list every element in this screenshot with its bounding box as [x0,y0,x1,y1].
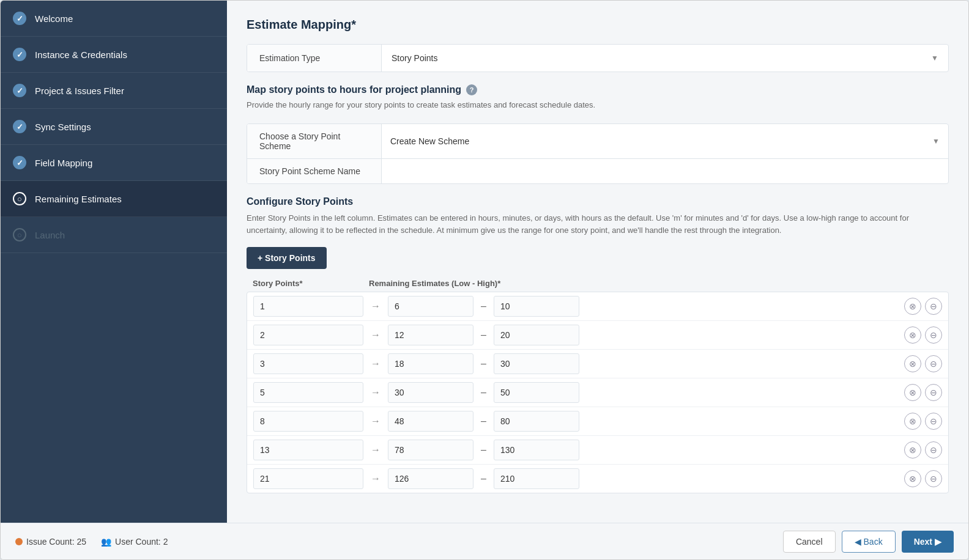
welcome-check-icon: ✓ [13,12,26,25]
user-count-item: 👥 User Count: 2 [101,537,168,547]
sidebar-item-remaining-estimates[interactable]: ○ Remaining Estimates [1,181,227,217]
sp-remove-button-0[interactable]: ⊖ [925,298,942,315]
sp-estimate-high-0[interactable] [494,296,579,317]
sp-table-header: Story Points* Remaining Estimates (Low -… [247,279,949,292]
user-count-label: User Count: 2 [115,537,168,547]
sp-clear-button-0[interactable]: ⊗ [904,298,921,315]
sp-estimate-low-3[interactable] [388,382,473,403]
sp-estimate-low-1[interactable] [388,325,473,345]
sp-clear-button-1[interactable]: ⊗ [904,326,921,344]
sp-header-points: Story Points* [247,279,369,288]
footer-info: Issue Count: 25 👥 User Count: 2 [15,537,168,547]
sp-points-input-0[interactable] [253,296,363,317]
back-button[interactable]: ◀ Back [842,531,896,553]
estimation-dropdown-arrow: ▼ [931,54,938,62]
sidebar-item-welcome[interactable]: ✓ Welcome [1,1,227,37]
scheme-name-input-cell [382,160,948,182]
sp-clear-button-5[interactable]: ⊗ [904,441,921,459]
estimation-type-select[interactable]: Story Points ▼ [382,45,948,72]
sp-points-input-3[interactable] [253,382,363,403]
configure-desc: Enter Story Points in the left column. E… [247,212,949,238]
estimation-type-label: Estimation Type [247,45,382,72]
sp-row-actions-6: ⊗ ⊖ [904,470,942,487]
sp-remove-button-6[interactable]: ⊖ [925,470,942,487]
map-story-points-section: Map story points to hours for project pl… [247,84,949,111]
sp-arrow-icon-3: → [371,387,381,398]
scheme-dropdown-arrow: ▼ [932,137,940,146]
sp-points-input-6[interactable] [253,468,363,489]
story-points-row: → – ⊗ ⊖ [247,407,948,436]
sp-arrow-icon-5: → [371,444,381,455]
sidebar: ✓ Welcome ✓ Instance & Credentials ✓ Pro… [1,1,227,523]
cancel-button[interactable]: Cancel [783,531,836,553]
sp-estimate-high-5[interactable] [494,440,579,460]
sp-row-actions-3: ⊗ ⊖ [904,384,942,401]
sp-estimate-low-6[interactable] [388,468,473,489]
remaining-circle-icon: ○ [13,192,26,205]
sp-clear-button-3[interactable]: ⊗ [904,384,921,401]
sp-clear-button-4[interactable]: ⊗ [904,413,921,430]
sp-dash-1: – [481,330,486,341]
sp-points-input-2[interactable] [253,353,363,374]
sp-clear-button-6[interactable]: ⊗ [904,470,921,487]
sp-points-input-1[interactable] [253,325,363,345]
estimation-type-value: Story Points [392,53,437,63]
sidebar-item-instance-credentials[interactable]: ✓ Instance & Credentials [1,37,227,73]
sp-estimate-high-6[interactable] [494,468,579,489]
map-story-points-desc: Provide the hourly range for your story … [247,99,949,111]
choose-scheme-label: Choose a Story Point Scheme [247,124,382,158]
back-arrow-icon: ◀ [855,537,861,547]
map-story-points-title-row: Map story points to hours for project pl… [247,84,949,95]
launch-circle-icon: ○ [13,228,26,241]
sp-estimate-high-4[interactable] [494,411,579,432]
sp-header-estimates: Remaining Estimates (Low - High)* [369,279,949,288]
sidebar-item-sync-settings[interactable]: ✓ Sync Settings [1,109,227,145]
sp-points-input-5[interactable] [253,440,363,460]
user-count-icon: 👥 [101,537,111,547]
sidebar-label-field-mapping: Field Mapping [35,158,92,168]
sidebar-label-welcome: Welcome [35,13,73,24]
main-area: ✓ Welcome ✓ Instance & Credentials ✓ Pro… [1,1,968,523]
sp-clear-button-2[interactable]: ⊗ [904,355,921,372]
sp-points-input-4[interactable] [253,411,363,432]
next-arrow-icon: ▶ [935,537,941,547]
story-points-row: → – ⊗ ⊖ [247,292,948,321]
next-button[interactable]: Next ▶ [902,531,954,553]
sidebar-item-field-mapping[interactable]: ✓ Field Mapping [1,145,227,181]
sp-arrow-icon-2: → [371,358,381,369]
help-icon[interactable]: ? [466,84,477,95]
sp-row-actions-2: ⊗ ⊖ [904,355,942,372]
sp-row-actions-5: ⊗ ⊖ [904,441,942,459]
scheme-name-label: Story Point Scheme Name [247,159,382,183]
sp-dash-2: – [481,358,486,369]
sp-remove-button-3[interactable]: ⊖ [925,384,942,401]
sp-remove-button-5[interactable]: ⊖ [925,441,942,459]
sidebar-label-project-issues: Project & Issues Filter [35,86,124,96]
sp-remove-button-1[interactable]: ⊖ [925,326,942,344]
sp-remove-button-4[interactable]: ⊖ [925,413,942,430]
sp-arrow-icon-1: → [371,330,381,341]
sp-estimate-low-4[interactable] [388,411,473,432]
story-points-row: → – ⊗ ⊖ [247,350,948,378]
sp-row-actions-1: ⊗ ⊖ [904,326,942,344]
sp-remove-button-2[interactable]: ⊖ [925,355,942,372]
sp-dash-0: – [481,301,486,312]
sidebar-item-project-issues[interactable]: ✓ Project & Issues Filter [1,73,227,109]
sp-estimate-high-3[interactable] [494,382,579,403]
sidebar-label-instance-credentials: Instance & Credentials [35,50,127,60]
sp-row-actions-0: ⊗ ⊖ [904,298,942,315]
choose-scheme-select[interactable]: Create New Scheme ▼ [382,130,948,152]
sp-estimate-low-0[interactable] [388,296,473,317]
issue-count-icon [15,538,23,545]
story-points-table: → – ⊗ ⊖ → – ⊗ ⊖ → – ⊗ [247,292,949,493]
sp-estimate-low-5[interactable] [388,440,473,460]
sp-estimate-high-1[interactable] [494,325,579,345]
back-label: Back [864,537,883,547]
add-story-points-button[interactable]: + Story Points [247,247,327,269]
sp-estimate-low-2[interactable] [388,353,473,374]
sp-arrow-icon-4: → [371,416,381,427]
scheme-name-input[interactable] [390,166,940,176]
next-label: Next [914,537,932,547]
story-points-row: → – ⊗ ⊖ [247,436,948,465]
sp-estimate-high-2[interactable] [494,353,579,374]
